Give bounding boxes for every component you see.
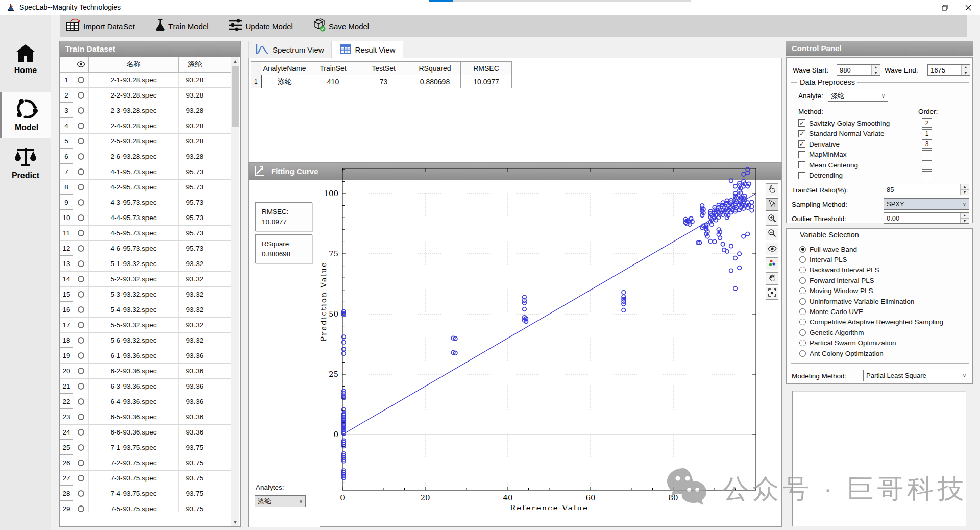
- visibility-radio[interactable]: [74, 210, 89, 225]
- analyte-column-header[interactable]: 涤纶: [179, 57, 211, 72]
- table-row[interactable]: 1 2-1-93.28.spec 93.28: [60, 73, 232, 88]
- radio-icon[interactable]: [799, 329, 806, 336]
- rgb-dots-tool[interactable]: [766, 257, 778, 270]
- row-number[interactable]: 9: [60, 195, 74, 210]
- checkbox-icon[interactable]: [798, 151, 805, 158]
- outlier-threshold-input[interactable]: 0.00 ▲▼: [884, 212, 969, 224]
- radio-icon[interactable]: [799, 350, 806, 357]
- table-row[interactable]: 6 2-6-93.28.spec 93.28: [60, 149, 232, 164]
- row-number[interactable]: 16: [60, 302, 74, 317]
- close-button[interactable]: [957, 0, 980, 15]
- results-row[interactable]: 1涤纶410730.88069810.0977: [251, 75, 512, 88]
- table-row[interactable]: 16 5-4-93.32.spec 93.32: [60, 302, 232, 318]
- checkbox-icon[interactable]: ✓: [798, 119, 805, 127]
- radio-icon[interactable]: [799, 298, 806, 305]
- visibility-radio[interactable]: [74, 394, 89, 409]
- table-row[interactable]: 9 4-3-95.73.spec 95.73: [60, 195, 232, 210]
- scroll-down-arrow[interactable]: ▼: [231, 518, 239, 526]
- row-number[interactable]: 2: [60, 88, 74, 103]
- modeling-method-dropdown[interactable]: Partial Least Square∨: [863, 370, 969, 381]
- order-input[interactable]: 1: [922, 129, 932, 138]
- eye-icon[interactable]: [74, 57, 89, 72]
- visibility-radio[interactable]: [74, 425, 89, 440]
- visibility-radio[interactable]: [74, 440, 89, 455]
- visibility-radio[interactable]: [74, 501, 89, 512]
- row-number[interactable]: 29: [60, 501, 74, 512]
- name-column-header[interactable]: 名称: [89, 57, 179, 72]
- row-number[interactable]: 14: [60, 272, 74, 286]
- table-row[interactable]: 8 4-2-95.73.spec 95.73: [60, 180, 232, 195]
- row-number[interactable]: 26: [60, 455, 74, 470]
- table-row[interactable]: 12 4-6-95.73.spec 95.73: [60, 241, 232, 256]
- trainset-ratio-input[interactable]: 85 ▲▼: [884, 184, 969, 195]
- radio-interval-pls[interactable]: Interval PLS: [799, 255, 847, 264]
- checkbox-icon[interactable]: ✓: [798, 130, 805, 137]
- table-row[interactable]: 10 4-4-95.73.spec 95.73: [60, 210, 232, 226]
- row-number[interactable]: 12: [60, 241, 74, 256]
- table-row[interactable]: 19 6-1-93.36.spec 93.36: [60, 348, 232, 364]
- results-column-header[interactable]: TrainSet: [308, 62, 358, 75]
- visibility-radio[interactable]: [74, 318, 89, 332]
- fit-view-tool[interactable]: [766, 287, 778, 300]
- radio-backward-interval-pls[interactable]: Backward Interval PLS: [799, 266, 879, 275]
- visibility-radio[interactable]: [74, 256, 89, 271]
- order-input[interactable]: 2: [922, 118, 932, 128]
- eye-tool[interactable]: [766, 243, 778, 255]
- row-number[interactable]: 5: [60, 134, 74, 149]
- order-input[interactable]: 3: [922, 139, 932, 149]
- checkbox-icon[interactable]: [798, 161, 805, 168]
- visibility-radio[interactable]: [74, 103, 89, 118]
- visibility-radio[interactable]: [74, 226, 89, 240]
- sampling-method-dropdown[interactable]: SPXY∨: [884, 198, 969, 210]
- radio-icon[interactable]: [799, 319, 806, 325]
- table-row[interactable]: 13 5-1-93.32.spec 93.32: [60, 256, 232, 272]
- table-row[interactable]: 2 2-2-93.28.spec 93.28: [60, 88, 232, 103]
- visibility-radio[interactable]: [74, 364, 89, 378]
- row-number[interactable]: 20: [60, 364, 74, 378]
- visibility-radio[interactable]: [74, 409, 89, 424]
- radio-icon[interactable]: [799, 308, 806, 315]
- results-column-header[interactable]: TestSet: [358, 62, 409, 75]
- scrollbar-thumb[interactable]: [232, 66, 239, 127]
- table-row[interactable]: 28 7-4-93.75.spec 93.75: [60, 486, 232, 501]
- analyte-dropdown[interactable]: 涤纶∨: [828, 90, 888, 102]
- method-checkbox-standard-normal-variate[interactable]: ✓Standard Normal Variate: [798, 129, 885, 138]
- visibility-radio[interactable]: [74, 272, 89, 286]
- scroll-up-arrow[interactable]: ▲: [231, 57, 239, 65]
- visibility-radio[interactable]: [74, 486, 89, 501]
- visibility-radio[interactable]: [74, 73, 89, 87]
- row-number[interactable]: 4: [60, 118, 74, 133]
- row-number[interactable]: 22: [60, 394, 74, 409]
- tab-spectrum-view[interactable]: Spectrum View: [248, 41, 332, 58]
- row-number[interactable]: 10: [60, 210, 74, 225]
- spinner-arrows[interactable]: ▲▼: [960, 213, 969, 223]
- visibility-radio[interactable]: [74, 471, 89, 486]
- restore-button[interactable]: [933, 0, 957, 15]
- table-row[interactable]: 21 6-3-93.36.spec 93.36: [60, 379, 232, 394]
- radio-full-wave-band[interactable]: Full-wave Band: [799, 245, 857, 254]
- table-row[interactable]: 25 7-1-93.75.spec 93.75: [60, 440, 232, 455]
- table-row[interactable]: 17 5-5-93.32.spec 93.32: [60, 318, 232, 333]
- visibility-radio[interactable]: [74, 195, 89, 210]
- row-number[interactable]: 24: [60, 425, 74, 440]
- method-checkbox-detrending[interactable]: Detrending: [798, 171, 843, 180]
- radio-genetic-algorithm[interactable]: Genetic Algorithm: [799, 328, 864, 337]
- radio-monte-carlo-uve[interactable]: Monte Carlo UVE: [799, 307, 863, 316]
- radio-moving-window-pls[interactable]: Moving Window PLS: [799, 286, 873, 296]
- row-number[interactable]: 28: [60, 486, 74, 501]
- minimize-button[interactable]: [910, 0, 933, 15]
- row-number[interactable]: 25: [60, 440, 74, 455]
- wave-start-input[interactable]: 980 ▲▼: [837, 64, 880, 76]
- zoom-out-tool[interactable]: [766, 228, 778, 240]
- visibility-radio[interactable]: [74, 180, 89, 195]
- table-row[interactable]: 24 6-6-93.36.spec 93.36: [60, 425, 232, 440]
- radio-icon[interactable]: [799, 340, 806, 346]
- pan-hand-tool[interactable]: [766, 272, 778, 285]
- method-checkbox-savitzky-golay-smoothing[interactable]: ✓Savitzky-Golay Smoothing: [798, 118, 890, 128]
- table-row[interactable]: 15 5-3-93.32.spec 93.32: [60, 287, 232, 302]
- table-row[interactable]: 4 2-4-93.28.spec 93.28: [60, 118, 232, 134]
- results-column-header[interactable]: RSquared: [409, 62, 461, 75]
- visibility-radio[interactable]: [74, 302, 89, 317]
- spinner-arrows[interactable]: ▲▼: [961, 65, 970, 75]
- row-number[interactable]: 18: [60, 333, 74, 348]
